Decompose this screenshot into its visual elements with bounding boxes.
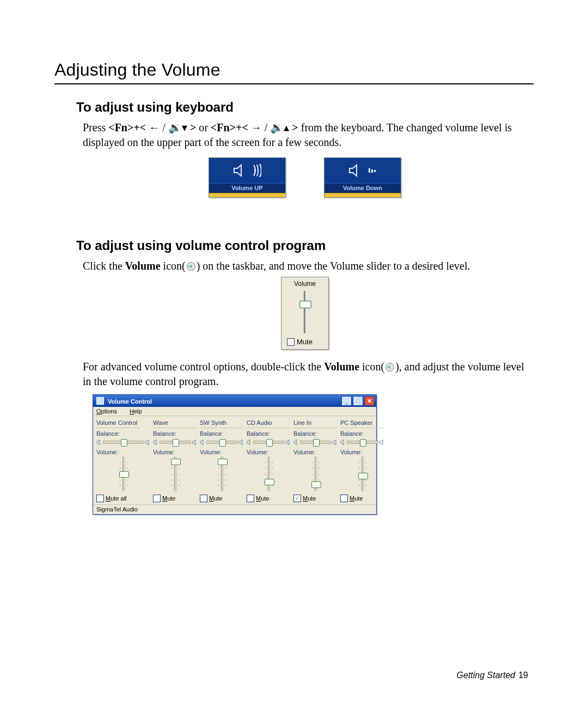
mute-checkbox[interactable]: ✓	[293, 495, 301, 502]
mute-label: Mute	[162, 495, 175, 502]
volume-label: Volume:	[96, 449, 151, 455]
volume-popup-title: Volume	[281, 280, 328, 288]
mute-label: Mute	[350, 495, 363, 502]
mute-checkbox[interactable]	[247, 495, 254, 502]
balance-slider[interactable]	[247, 438, 291, 447]
vol-down-glyph-icon: 🔉▾	[168, 121, 187, 133]
status-bar: SigmaTel Audio	[93, 504, 376, 514]
mute-label: Mute	[209, 495, 222, 502]
section-keyboard-body: Press <Fn>+< ← / 🔉▾ > or <Fn>+< → / 🔉▴ >…	[83, 120, 534, 150]
balance-slider[interactable]	[153, 438, 198, 447]
mute-checkbox[interactable]	[153, 495, 161, 502]
window-title: Volume Control	[108, 398, 152, 405]
volume-label: Volume:	[247, 449, 291, 455]
maximize-button[interactable]: □	[353, 396, 363, 406]
balance-slider[interactable]	[293, 438, 338, 447]
section-program-p2: For advanced volume control options, dou…	[83, 359, 534, 389]
channel-name: Volume Control	[96, 419, 140, 428]
osd-volume-up: Volume UP	[209, 157, 286, 198]
mute-checkbox[interactable]	[96, 495, 104, 502]
osd-volume-down: Volume Down	[324, 157, 401, 198]
svg-rect-0	[369, 168, 370, 173]
app-icon	[96, 397, 104, 405]
mute-label: Mute all	[106, 495, 127, 502]
close-button[interactable]: ✕	[364, 396, 375, 406]
channel-line-in: Line InBalance:Volume:✓Mute	[293, 419, 338, 502]
volume-label: Volume:	[200, 449, 244, 455]
section-program-p1: Click the Volume icon() on the taskbar, …	[83, 259, 534, 273]
speaker-icon	[348, 163, 365, 178]
mute-checkbox[interactable]	[200, 495, 207, 502]
tray-volume-icon	[186, 260, 197, 269]
balance-label: Balance:	[200, 430, 244, 437]
minimize-button[interactable]: _	[341, 396, 352, 406]
channel-wave: WaveBalance:Volume:Mute	[153, 419, 198, 502]
speaker-icon	[233, 163, 249, 178]
volume-slider[interactable]	[216, 456, 228, 491]
volume-control-window: Volume Control _ □ ✕ Options Help Volume…	[93, 394, 377, 515]
balance-label: Balance:	[247, 430, 291, 437]
mute-label: Mute	[256, 495, 269, 502]
balance-label: Balance:	[153, 430, 198, 437]
menu-options[interactable]: Options	[96, 408, 122, 415]
balance-slider[interactable]	[96, 438, 151, 447]
vol-up-glyph-icon: 🔉▴	[270, 121, 289, 133]
channel-volume-control: Volume ControlBalance:Volume:Mute all	[96, 419, 151, 502]
channel-name: SW Synth	[200, 419, 243, 428]
balance-label: Balance:	[340, 430, 385, 437]
volume-label: Volume:	[153, 449, 198, 455]
section-keyboard-heading: To adjust using keyboard	[76, 100, 534, 115]
svg-rect-1	[371, 169, 373, 173]
channel-pc-speaker: PC SpeakerBalance:Volume:Mute	[340, 419, 385, 502]
tray-volume-icon	[384, 361, 395, 369]
volume-slider[interactable]	[263, 456, 275, 491]
channel-name: Line In	[293, 419, 337, 428]
balance-label: Balance:	[293, 430, 338, 437]
section-program-heading: To adjust using volume control program	[76, 238, 534, 253]
page-footer: Getting Started19	[457, 671, 528, 680]
volume-label: Volume:	[293, 449, 338, 455]
volume-slider[interactable]	[118, 456, 130, 491]
volume-slider[interactable]	[310, 456, 322, 491]
menubar[interactable]: Options Help	[93, 407, 376, 416]
balance-label: Balance:	[96, 430, 151, 437]
svg-rect-2	[374, 170, 376, 172]
waves-down-icon	[368, 164, 377, 177]
volume-popup: Volume Mute	[281, 277, 329, 350]
balance-slider[interactable]	[340, 438, 385, 447]
channel-name: CD Audio	[247, 419, 290, 428]
volume-slider[interactable]	[169, 456, 181, 491]
channel-name: PC Speaker	[340, 419, 384, 428]
volume-label: Volume:	[340, 449, 385, 455]
channel-cd-audio: CD AudioBalance:Volume:Mute	[247, 419, 291, 502]
menu-help[interactable]: Help	[130, 408, 148, 415]
mute-checkbox[interactable]	[340, 495, 348, 502]
balance-slider[interactable]	[200, 438, 244, 447]
mute-checkbox[interactable]	[287, 338, 295, 346]
waves-up-icon	[253, 164, 261, 177]
volume-slider[interactable]	[299, 291, 311, 333]
mute-label: Mute	[303, 495, 316, 502]
volume-slider[interactable]	[357, 456, 369, 491]
page-title: Adjusting the Volume	[54, 60, 534, 84]
channel-sw-synth: SW SynthBalance:Volume:Mute	[200, 419, 244, 502]
channel-name: Wave	[153, 419, 197, 428]
titlebar[interactable]: Volume Control _ □ ✕	[93, 395, 376, 407]
mute-label: Mute	[297, 338, 313, 346]
